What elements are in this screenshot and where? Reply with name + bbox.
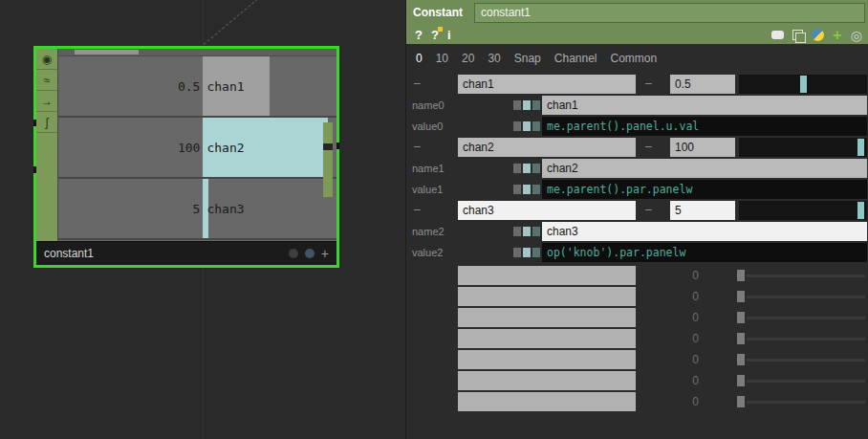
channel-value-field[interactable]: 100	[670, 138, 735, 157]
empty-value: 0	[670, 353, 699, 366]
param-mode-toggles[interactable]	[513, 227, 542, 236]
param-row-chan3: – chan3 – 5	[406, 201, 868, 220]
help-flag-icon[interactable]: ?	[431, 29, 439, 41]
node-name-label[interactable]: constant1	[36, 247, 289, 260]
value-slider[interactable]	[739, 138, 867, 157]
slider-track	[747, 380, 865, 383]
node-button-dot[interactable]	[289, 249, 298, 258]
collapse-dash[interactable]: –	[645, 77, 652, 89]
param-row-value2: value2 op('knob').par.panelw	[406, 243, 868, 262]
collapse-dash[interactable]: –	[414, 204, 421, 215]
display-icon[interactable]: ◉	[36, 49, 57, 70]
tab-common[interactable]: Common	[611, 52, 658, 65]
chop-viewer[interactable]: 0.5 chan1 100 chan2 5 chan3	[57, 49, 336, 242]
empty-name-field[interactable]	[458, 266, 636, 285]
slider-track	[747, 401, 865, 404]
copy-icon[interactable]	[792, 30, 803, 40]
collapse-dash[interactable]: –	[414, 141, 421, 152]
slider-handle[interactable]	[737, 312, 745, 323]
empty-name-field[interactable]	[458, 350, 636, 369]
channel-value-field[interactable]: 5	[670, 201, 735, 220]
name-field[interactable]: chan2	[542, 159, 867, 178]
name-field[interactable]: chan1	[542, 96, 867, 115]
viewer-side-slider[interactable]	[323, 122, 333, 197]
expression-field[interactable]: me.parent().panel.u.val	[542, 117, 867, 136]
curve-icon[interactable]: ʃ	[36, 112, 57, 133]
param-mode-toggles[interactable]	[513, 121, 542, 131]
slider-handle[interactable]	[737, 291, 745, 302]
empty-name-field[interactable]	[458, 308, 636, 327]
empty-name-field[interactable]	[458, 287, 636, 306]
param-mode-toggles[interactable]	[513, 248, 542, 257]
empty-param-row: 0	[406, 329, 868, 348]
param-row-value0: value0 me.parent().panel.u.val	[406, 117, 868, 136]
empty-param-row: 0	[406, 287, 868, 306]
graph-icon[interactable]: ≈	[36, 70, 57, 91]
value-slider[interactable]	[739, 201, 867, 220]
tab-30[interactable]: 30	[488, 52, 500, 65]
empty-param-row: 0	[406, 350, 868, 369]
comment-icon[interactable]	[771, 31, 784, 39]
empty-value: 0	[670, 269, 699, 282]
param-mode-toggles[interactable]	[513, 100, 542, 110]
channel-name-field[interactable]: chan2	[458, 138, 636, 157]
constant1-node[interactable]: ◉ ≈ → ʃ 0.5 chan1 100 chan2	[33, 46, 339, 268]
tab-20[interactable]: 20	[462, 52, 474, 65]
slider-handle[interactable]	[737, 333, 745, 344]
slider-handle[interactable]	[737, 396, 745, 407]
slider-handle[interactable]	[857, 202, 864, 219]
name-field[interactable]: chan3	[542, 222, 867, 241]
connection-wire	[204, 0, 258, 45]
empty-value: 0	[670, 395, 699, 408]
python-icon[interactable]	[812, 29, 824, 41]
slider-handle[interactable]	[857, 139, 864, 156]
node-name-input[interactable]: constant1	[474, 3, 865, 23]
node-plus-icon[interactable]: +	[321, 247, 329, 260]
tab-channel[interactable]: Channel	[554, 52, 597, 65]
empty-name-field[interactable]	[458, 392, 636, 411]
param-mode-toggles[interactable]	[513, 164, 542, 173]
channel-name-field[interactable]: chan1	[458, 75, 636, 94]
panel-header: Constant constant1	[406, 0, 868, 26]
empty-name-field[interactable]	[458, 329, 636, 348]
arrow-icon[interactable]: →	[36, 91, 57, 112]
collapse-dash[interactable]: –	[645, 204, 652, 215]
param-label: name2	[412, 226, 445, 237]
collapse-dash[interactable]: –	[645, 141, 652, 152]
tab-10[interactable]: 10	[436, 52, 448, 65]
node-button-dot[interactable]	[305, 249, 315, 258]
param-label: value0	[412, 121, 443, 132]
slider-handle[interactable]	[737, 375, 745, 386]
channel-row-chan3[interactable]: 5 chan3	[58, 179, 336, 240]
tab-snap[interactable]: Snap	[514, 52, 541, 65]
target-icon[interactable]: ◎	[851, 29, 862, 42]
channel-row-chan2[interactable]: 100 chan2	[58, 118, 336, 179]
help-icon[interactable]: ?	[415, 29, 423, 41]
slider-handle[interactable]	[800, 76, 807, 93]
param-row-name0: name0 chan1	[406, 96, 868, 115]
network-editor[interactable]: ◉ ≈ → ʃ 0.5 chan1 100 chan2	[0, 0, 405, 439]
expression-field[interactable]: me.parent().par.panelw	[542, 180, 867, 199]
viewer-top-bar	[58, 49, 336, 56]
collapse-dash[interactable]: –	[414, 77, 421, 89]
parameter-tabs: 0 10 20 30 Snap Channel Common	[406, 48, 868, 69]
param-label: value1	[412, 184, 443, 195]
empty-name-field[interactable]	[458, 371, 636, 390]
channel-name-field[interactable]: chan3	[458, 201, 636, 220]
channel-row-chan1[interactable]: 0.5 chan1	[58, 56, 336, 118]
panel-icon-row: ? ? i + ◎	[406, 26, 868, 44]
param-mode-toggles[interactable]	[513, 185, 542, 194]
add-icon[interactable]: +	[833, 29, 842, 41]
expression-field[interactable]: op('knob').par.panelw	[542, 243, 867, 262]
tab-0[interactable]: 0	[416, 52, 423, 65]
value-slider[interactable]	[739, 75, 867, 94]
slider-track	[747, 274, 865, 277]
node-flag-toolbar: ◉ ≈ → ʃ	[36, 49, 57, 242]
empty-param-row: 0	[406, 266, 868, 285]
slider-track	[747, 317, 865, 319]
param-row-value1: value1 me.parent().par.panelw	[406, 180, 868, 199]
slider-handle[interactable]	[737, 270, 745, 281]
info-icon[interactable]: i	[447, 29, 451, 41]
channel-value-field[interactable]: 0.5	[670, 75, 735, 94]
slider-handle[interactable]	[737, 354, 745, 365]
